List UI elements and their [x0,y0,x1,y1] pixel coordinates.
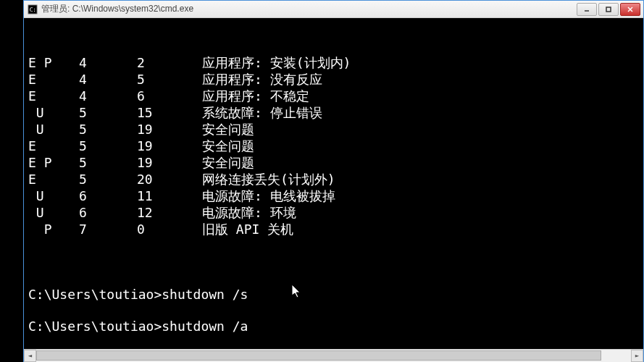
reason-minor: 0 [137,221,202,237]
terminal-output[interactable]: E P42应用程序: 安装(计划内)E45应用程序: 没有反应E46应用程序: … [24,18,643,349]
reason-flags: U [28,204,79,221]
reason-major: 7 [79,221,137,237]
reason-major: 5 [79,104,137,121]
cmd-icon: C: [27,4,38,15]
command-line: C:\Users\toutiao>shutdown /a [28,318,639,334]
reason-desc: 电源故障: 电线被拔掉 [202,188,639,204]
reason-flags: E P [28,154,79,171]
reason-row: U515系统故障: 停止错误 [28,104,639,121]
horizontal-scrollbar[interactable]: ◄ ► [24,349,643,361]
reason-row: U612电源故障: 环境 [28,204,639,221]
scroll-left-button[interactable]: ◄ [24,350,36,362]
reason-row: E P519安全问题 [28,154,639,171]
window-controls [575,3,640,16]
reason-row: E520网络连接丢失(计划外) [28,171,639,188]
reason-minor: 2 [137,54,202,71]
scroll-thumb[interactable] [36,350,601,361]
reason-major: 4 [79,88,137,104]
reason-minor: 19 [137,138,202,154]
command-text: shutdown /s [162,287,248,302]
reason-major: 5 [79,138,137,154]
cmd-window: C: 管理员: C:\Windows\system32\cmd.exe E P4… [23,0,644,362]
reason-major: 6 [79,188,137,204]
scroll-track[interactable] [36,350,631,362]
reason-desc: 安全问题 [202,154,639,171]
reason-desc: 电源故障: 环境 [202,204,639,221]
prompt: C:\Users\toutiao> [28,287,162,302]
reason-desc: 应用程序: 安装(计划内) [202,54,639,71]
reason-minor: 11 [137,188,202,204]
minimize-button[interactable] [577,3,597,16]
reason-desc: 安全问题 [202,138,639,154]
reason-desc: 网络连接丢失(计划外) [202,171,639,188]
reason-major: 5 [79,121,137,138]
reason-flags: E P [28,54,79,71]
reason-desc: 旧版 API 关机 [202,221,639,237]
command-text: shutdown /a [162,319,248,334]
reason-flags: U [28,104,79,121]
prompt: C:\Users\toutiao> [28,319,162,334]
reason-major: 6 [79,204,137,221]
reason-row: E46应用程序: 不稳定 [28,88,639,104]
maximize-button[interactable] [598,3,619,16]
reason-major: 5 [79,154,137,171]
reason-row: E519安全问题 [28,138,639,154]
reason-minor: 20 [137,171,202,188]
reason-major: 4 [79,54,137,71]
reason-row: U611电源故障: 电线被拔掉 [28,188,639,204]
reason-minor: 5 [137,71,202,88]
reason-desc: 系统故障: 停止错误 [202,104,639,121]
reason-flags: E [28,138,79,154]
reason-desc: 应用程序: 不稳定 [202,88,639,104]
command-line: C:\Users\toutiao>shutdown /s [28,286,639,303]
reason-desc: 安全问题 [202,121,639,138]
svg-rect-3 [606,7,611,12]
reason-row: P70旧版 API 关机 [28,221,639,237]
titlebar[interactable]: C: 管理员: C:\Windows\system32\cmd.exe [24,1,643,18]
scroll-right-button[interactable]: ► [631,350,643,362]
reason-flags: E [28,171,79,188]
reason-minor: 19 [137,121,202,138]
reason-minor: 12 [137,204,202,221]
reason-minor: 15 [137,104,202,121]
reason-flags: E [28,88,79,104]
reason-row: E45应用程序: 没有反应 [28,71,639,88]
close-button[interactable] [620,3,640,16]
reason-major: 4 [79,71,137,88]
reason-minor: 19 [137,154,202,171]
reason-flags: E [28,71,79,88]
window-title: 管理员: C:\Windows\system32\cmd.exe [41,3,575,15]
reason-desc: 应用程序: 没有反应 [202,71,639,88]
reason-flags: P [28,221,79,237]
reason-row: U519安全问题 [28,121,639,138]
reason-flags: U [28,188,79,204]
reason-row: E P42应用程序: 安装(计划内) [28,54,639,71]
reason-minor: 6 [137,88,202,104]
svg-text:C:: C: [30,6,36,12]
reason-major: 5 [79,171,137,188]
reason-flags: U [28,121,79,138]
